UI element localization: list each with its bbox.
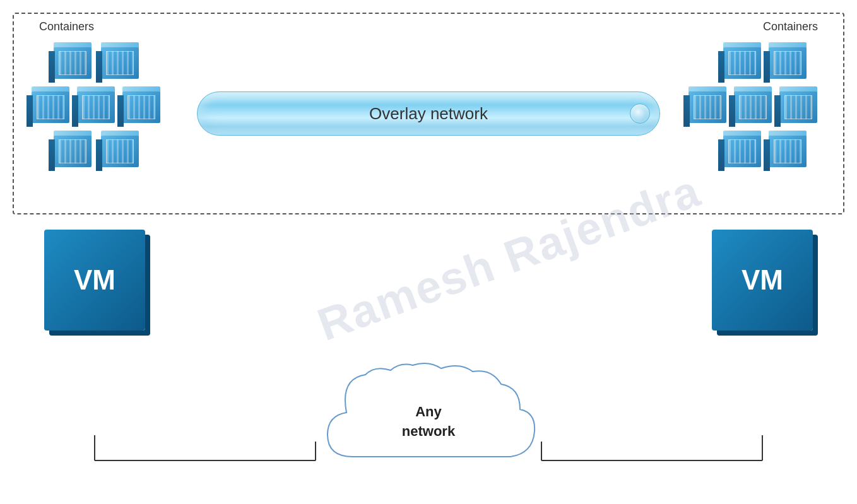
container-box (72, 86, 115, 123)
overlay-network-label: Overlay network (369, 104, 488, 124)
vm-label-left: VM (74, 264, 115, 296)
top-section: Containers Containers (13, 13, 844, 214)
container-box (683, 86, 726, 123)
vm-box-right: VM (712, 230, 813, 331)
vm-label-right: VM (742, 264, 783, 296)
vm-box-left: VM (44, 230, 145, 331)
container-box (764, 131, 807, 167)
container-box (96, 42, 139, 79)
container-box (49, 42, 92, 79)
cloud-container: Anynetwork (302, 359, 555, 485)
container-box (718, 131, 761, 167)
container-box (27, 86, 69, 123)
overlay-network-tube: Overlay network (197, 91, 660, 136)
container-box (774, 86, 817, 123)
containers-label-left: Containers (39, 20, 94, 33)
container-box (49, 131, 92, 167)
container-box (764, 42, 807, 79)
container-box (117, 86, 160, 123)
containers-label-right: Containers (763, 20, 818, 33)
any-network-label: Anynetwork (402, 402, 455, 442)
container-box (718, 42, 761, 79)
container-box (96, 131, 139, 167)
container-box (729, 86, 772, 123)
